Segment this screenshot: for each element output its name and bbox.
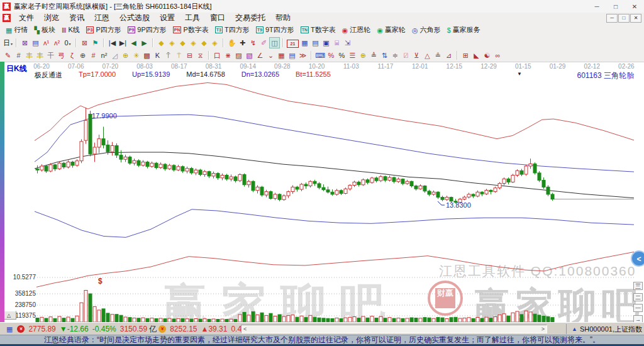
draw-icon-2-6[interactable]: ⇅ <box>380 50 389 60</box>
draw-icon-2-5[interactable]: ≜ <box>369 50 379 60</box>
nav-icon-2-1[interactable]: ⚑ <box>91 38 100 48</box>
restore-button[interactable]: □ <box>606 1 625 13</box>
toolbar-button-六角形[interactable]: ◎六角形 <box>409 25 444 35</box>
draw-icon-1-7[interactable]: ▤ <box>287 50 297 60</box>
draw-icon-2-7[interactable]: ≑ <box>391 50 400 60</box>
nav-icon-4-5[interactable]: ◈ <box>210 38 219 48</box>
sse-index-icon[interactable]: ¥ <box>17 325 25 333</box>
menu-item-4[interactable]: 江恩 <box>89 13 114 23</box>
nav-icon-3-3[interactable]: ▶ <box>140 38 149 48</box>
draw-icon-0-6[interactable]: ζ <box>67 50 77 60</box>
menu-item-6[interactable]: 设置 <box>155 13 180 23</box>
menu-item-9[interactable]: 交易委托 <box>230 13 270 23</box>
draw-icon-0-1[interactable]: # <box>14 50 23 60</box>
draw-icon-1-8[interactable]: ≫ <box>298 50 308 60</box>
scroll-right-arrow-icon[interactable]: > <box>541 326 545 332</box>
nav-icon-4-2[interactable]: ◆ <box>178 38 187 48</box>
toolbar-button-T四方形[interactable]: T3T四方形 <box>212 25 253 35</box>
draw-icon-3-3[interactable]: ∞ <box>493 50 502 60</box>
menu-item-10[interactable]: 帮助 <box>270 13 296 23</box>
nav-icon-3-0[interactable]: |◀ <box>108 38 117 48</box>
nav-icon-6-4[interactable]: ⌸ <box>332 38 341 48</box>
draw-icon-1-6[interactable]: ▦ <box>277 50 286 60</box>
nav-icon-2-0[interactable]: ⊠ <box>80 38 89 48</box>
draw-icon-3-1[interactable]: ◣ <box>472 50 481 60</box>
nav-icon-5-3[interactable]: ✐ <box>259 38 269 48</box>
nav-icon-1-0[interactable]: ⊠ <box>20 38 30 48</box>
draw-icon-0-13[interactable]: ▩ <box>142 50 152 60</box>
toolbar-button-行情[interactable]: ▦行情 <box>3 25 31 35</box>
nav-icon-4-0[interactable]: ◆ <box>157 38 166 48</box>
nav-icon-3-2[interactable]: ◀ <box>129 38 138 48</box>
toolbar-button-9P四方形[interactable]: P99P四方形 <box>125 25 170 35</box>
draw-icon-1-4[interactable]: ∠ <box>255 50 265 60</box>
draw-icon-0-17[interactable]: ⊟ <box>185 50 194 60</box>
nav-icon-6-3[interactable]: ▣ <box>321 38 331 48</box>
nav-icon-6-2[interactable]: ▤ <box>311 38 320 48</box>
draw-icon-0-16[interactable]: ⍡ <box>174 50 184 60</box>
menu-item-5[interactable]: 公式选股 <box>114 13 155 23</box>
collapse-panel-button[interactable]: < <box>631 250 644 267</box>
pane-layout-button-2[interactable]: 二 <box>633 293 643 301</box>
nav-icon-5-4[interactable]: ◫ <box>270 38 279 48</box>
nav-icon-0-0[interactable]: 日▾ <box>3 38 13 48</box>
scroll-left-arrow-icon[interactable]: < <box>243 326 247 332</box>
toolbar-button-9T四方形[interactable]: T99T四方形 <box>253 25 297 35</box>
nav-icon-4-4[interactable]: ◆ <box>199 38 209 48</box>
draw-icon-0-8[interactable]: # <box>89 50 98 60</box>
menu-item-7[interactable]: 工具 <box>180 13 205 23</box>
draw-icon-0-15[interactable]: ⍑ <box>164 50 173 60</box>
draw-icon-2-8[interactable]: ⍁ <box>401 50 411 60</box>
szse-index-icon[interactable]: ¥ <box>158 325 166 333</box>
draw-icon-1-2[interactable]: ▨ <box>234 50 243 60</box>
draw-icon-2-11[interactable]: ≗ <box>433 50 443 60</box>
draw-icon-0-11[interactable]: ⊕ <box>121 50 130 60</box>
draw-icon-1-5[interactable]: ⌄ <box>266 50 275 60</box>
current-symbol-label[interactable]: ▲ SH000001,上证指数 <box>566 324 642 334</box>
menu-item-8[interactable]: 窗口 <box>205 13 230 23</box>
menu-item-3[interactable]: 资讯 <box>64 13 89 23</box>
draw-icon-2-1[interactable]: % <box>326 50 336 60</box>
draw-icon-0-5[interactable]: 弓 <box>57 50 66 60</box>
nav-icon-6-1[interactable]: ▦ <box>300 38 309 48</box>
quote-scrollbar[interactable]: < > <box>241 325 547 333</box>
toolbar-button-P四方形[interactable]: P3P四方形 <box>83 25 125 35</box>
draw-icon-0-7[interactable]: ⊕ <box>78 50 87 60</box>
nav-icon-1-4[interactable]: 0▾ <box>63 38 72 48</box>
draw-icon-0-2[interactable]: 丰 <box>25 50 34 60</box>
nav-icon-5-1[interactable]: ✚ <box>238 38 247 48</box>
draw-icon-0-18[interactable]: ⧖ <box>196 50 205 60</box>
nav-icon-3-1[interactable]: ▶| <box>118 38 128 48</box>
draw-icon-3-2[interactable]: ☯ <box>482 50 492 60</box>
nav-icon-6-5[interactable]: ⇲ <box>343 38 352 48</box>
draw-icon-2-0[interactable]: ⌨ <box>315 50 325 60</box>
draw-icon-2-12[interactable]: ⊿ <box>444 50 453 60</box>
draw-icon-0-4[interactable]: 干 <box>46 50 55 60</box>
draw-icon-0-12[interactable]: ✳ <box>131 50 141 60</box>
nav-icon-4-1[interactable]: ◈ <box>167 38 177 48</box>
nav-icon-1-1[interactable]: ▤ <box>31 38 40 48</box>
draw-icon-0-9[interactable]: n² <box>99 50 109 60</box>
child-close-button[interactable]: ✕ <box>630 14 641 23</box>
draw-icon-2-4[interactable]: ⊕ <box>358 50 368 60</box>
draw-icon-1-3[interactable]: ▧ <box>245 50 254 60</box>
toolbar-button-板块[interactable]: ▚板块 <box>31 25 58 35</box>
toolbar-button-K线[interactable]: ⅢK线 <box>58 25 83 35</box>
draw-icon-1-1[interactable]: ⋇ <box>223 50 233 60</box>
draw-icon-0-3[interactable]: 丰 <box>35 50 45 60</box>
menu-item-2[interactable]: 浏览 <box>39 13 64 23</box>
pane-layout-button-3[interactable]: 一 <box>633 304 643 312</box>
child-restore-button[interactable]: □ <box>618 14 630 23</box>
draw-icon-0-10[interactable]: ◿ <box>110 50 119 60</box>
toolbar-button-赢家轮[interactable]: ◉赢家轮 <box>374 25 409 35</box>
nav-icon-5-0[interactable]: ✋ <box>227 38 236 48</box>
draw-icon-0-0[interactable]: ✎ <box>3 50 13 60</box>
toolbar-button-江恩轮[interactable]: ◉江恩轮 <box>339 25 374 35</box>
draw-icon-2-3[interactable]: ☰ <box>348 50 357 60</box>
nav-icon-6-0[interactable]: 21 <box>287 40 299 48</box>
draw-icon-1-0[interactable]: 口 <box>213 50 222 60</box>
nav-icon-5-2[interactable]: ↯ <box>248 38 258 48</box>
draw-icon-2-2[interactable]: % <box>337 50 347 60</box>
draw-icon-0-14[interactable]: K <box>153 50 162 60</box>
nav-icon-4-3[interactable]: ◈ <box>189 38 198 48</box>
